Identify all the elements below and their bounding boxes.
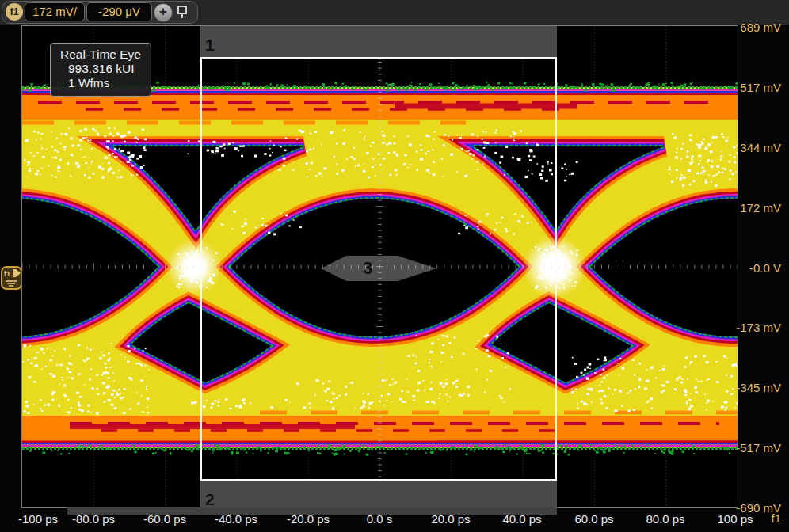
y-axis-label: -517 mV xyxy=(726,440,781,456)
x-axis-label: 40.0 ps xyxy=(489,511,555,527)
y-axis-label: -345 mV xyxy=(726,380,781,396)
y-axis-label: -173 mV xyxy=(726,320,781,336)
channel-f1-badge[interactable]: f1 xyxy=(6,3,23,21)
x-axis-label: 100 ps xyxy=(702,511,768,527)
channel-f1-marker-icon[interactable]: f1 xyxy=(1,266,22,290)
mask-region-1-label: 1 xyxy=(205,36,215,55)
x-axis-label: -20.0 ps xyxy=(275,511,341,527)
x-axis-label: 60.0 ps xyxy=(561,511,627,527)
y-axis-label: -0.0 V xyxy=(726,260,781,276)
vertical-scale-input[interactable]: 172 mV/ xyxy=(25,2,85,21)
offset-input[interactable]: -290 μV xyxy=(86,2,152,21)
mask-band-top xyxy=(200,26,557,57)
realtime-eye-info-box: Real-Time Eye 993.316 kUI 1 Wfms xyxy=(50,43,151,97)
x-axis-label: 80.0 ps xyxy=(632,511,699,527)
svg-text:f1: f1 xyxy=(4,270,10,278)
x-axis-label: -60.0 ps xyxy=(132,511,198,527)
info-wfms: 1 Wfms xyxy=(60,76,141,90)
push-pin-icon[interactable] xyxy=(176,5,190,20)
y-axis-label: 517 mV xyxy=(726,80,781,96)
info-title: Real-Time Eye xyxy=(60,48,141,62)
info-ui-count: 993.316 kUI xyxy=(60,62,141,76)
mask-region-2-label: 2 xyxy=(205,490,215,509)
x-axis-label: 0.0 s xyxy=(346,511,413,527)
toolbar: f1 172 mV/ -290 μV + xyxy=(0,0,789,25)
x-axis-label: -40.0 ps xyxy=(203,511,269,527)
y-axis-label: 172 mV xyxy=(726,200,781,216)
add-channel-button[interactable]: + xyxy=(154,3,173,22)
y-axis-label: 344 mV xyxy=(726,140,781,156)
x-axis-label: -80.0 ps xyxy=(60,511,127,527)
y-axis-label: 689 mV xyxy=(726,20,781,36)
x-axis-label: 20.0 ps xyxy=(417,511,484,527)
waveform-display[interactable]: 1 2 3 xyxy=(21,25,738,508)
mask-band-bottom xyxy=(200,481,557,507)
mask-unit-interval-rect[interactable] xyxy=(200,57,557,481)
mask-region-3-label: 3 xyxy=(363,258,372,279)
